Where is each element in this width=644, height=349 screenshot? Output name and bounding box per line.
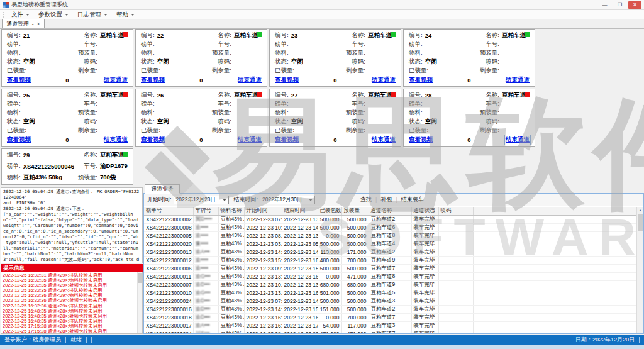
spray-label: 喷码: xyxy=(200,58,231,66)
name-label: 名称: xyxy=(66,91,97,99)
table-row[interactable]: XS4221223000006渝••••豆粕43% ...2022-12-23 … xyxy=(144,264,636,272)
cell: 豆粕车道2 xyxy=(369,305,411,313)
cell: 豆粕车道2 xyxy=(369,248,411,256)
cell: 渝D••• xyxy=(193,313,218,321)
loaded-label: 已装量: xyxy=(7,67,26,75)
cell-filler xyxy=(473,264,636,272)
search-button[interactable]: 查找 xyxy=(357,196,375,204)
close-button[interactable]: ✕ xyxy=(628,1,641,9)
id-value: 29 xyxy=(23,152,30,158)
table-row[interactable]: XS4221223000011渝G•••豆粕43% ...2022-12-23 … xyxy=(144,272,636,280)
table-row[interactable]: XS4221223000010渝G•••豆粕43% ...2022-12-23 … xyxy=(144,289,636,297)
pin-icon[interactable]: ▪ xyxy=(32,22,33,26)
cell-filler xyxy=(473,330,636,333)
cell: 装车完毕 xyxy=(411,313,438,321)
table-row[interactable]: XS4221223000007渝D•••豆粕43% ...2022-12-23 … xyxy=(144,280,636,289)
panel-links-row: 查看视频0结束通道 xyxy=(275,136,396,144)
cell: 豆粕车道7 xyxy=(369,313,411,321)
menu-logs[interactable]: 日志管理 xyxy=(73,10,112,19)
cell: XS4221223000012 xyxy=(144,256,193,264)
scrollbar-thumb[interactable] xyxy=(638,214,643,231)
column-header[interactable]: 已装包数 xyxy=(318,207,341,215)
menu-settings[interactable]: 参数设置 xyxy=(34,10,73,19)
tab-channel-management[interactable]: 通道管理 ▪ × xyxy=(2,19,45,28)
id-label: 编号: xyxy=(7,91,21,99)
column-header[interactable]: 喷码 xyxy=(438,207,473,215)
scroll-up-icon[interactable]: ▲ xyxy=(637,207,643,214)
table-row[interactable]: XS4221223000017渝A•••豆粕43% ...2022-12-23 … xyxy=(144,321,636,330)
start-date-select[interactable]: 2022年12月23日 xyxy=(174,196,229,204)
truck-label: 车号: xyxy=(468,100,499,108)
tab-close-icon[interactable]: × xyxy=(36,21,40,27)
menu-help[interactable]: 帮助 xyxy=(112,10,139,19)
table-row[interactable]: XS4221223000008渝••••豆粕43% ...2022-12-23 … xyxy=(144,223,636,231)
table-row[interactable]: XS4221222000024渝D•••豆粕43% ...2022-12-23 … xyxy=(144,297,636,305)
cell xyxy=(438,272,473,280)
column-header[interactable]: 预装量 xyxy=(341,207,369,215)
table-row[interactable]: XS4221223000018渝D•••豆粕43% ...2022-12-23 … xyxy=(144,313,636,321)
document-tab-bar: 通道管理 ▪ × xyxy=(0,19,644,29)
status-value: 空闲 xyxy=(291,58,303,66)
cell: 54.000 xyxy=(318,321,341,330)
cell: 装车完毕 xyxy=(411,215,438,223)
table-row[interactable]: XS4221222000020豫••••豆粕43% ...2022-12-23 … xyxy=(144,240,636,248)
column-header[interactable]: 通道名称 xyxy=(369,207,411,215)
tab-channel-business[interactable]: 通道业务 xyxy=(145,184,180,194)
menu-file[interactable]: 文件 xyxy=(7,10,34,19)
material-label: 物料: xyxy=(409,109,423,117)
cell: XS4221223000010 xyxy=(144,289,193,297)
alert-scrollbar[interactable] xyxy=(137,272,142,333)
cell: 171.000 xyxy=(341,248,369,256)
cell: 2022-12-23 03:... xyxy=(244,240,282,248)
column-header[interactable]: 通道状态 xyxy=(411,207,438,215)
title-bar: 易思地磅称重管理系统 — ❐ ✕ xyxy=(0,0,644,10)
table-row[interactable]: XS4221223000004川S•••豆粕43% ...2022-12-23 … xyxy=(144,330,636,333)
truck-label: 车号: xyxy=(334,100,365,108)
panel-field-row: 物料:预装量: xyxy=(141,49,262,57)
restore-button[interactable]: ❐ xyxy=(613,1,626,9)
loaded-counter: 0 xyxy=(7,136,128,143)
table-scrollbar[interactable]: ▲ xyxy=(636,207,643,333)
finish-loading-button[interactable]: 结束装车 xyxy=(397,196,428,204)
panel-field-row: 状态:空闲喷码: xyxy=(7,118,128,126)
cell: 豆粕车道7 xyxy=(369,264,411,272)
table-row[interactable]: XS4221223000002冀D••••豆粕43% ...2022-12-23… xyxy=(144,215,636,223)
panel-field-row: 状态:空闲喷码: xyxy=(275,58,396,66)
material-label: 物料: xyxy=(7,49,21,57)
loaded-counter: 0 xyxy=(409,136,530,143)
remaining-label: 剩余量: xyxy=(200,126,231,135)
panel-links-row: 查看视频0结束通道 xyxy=(7,136,128,144)
end-date-select[interactable]: 2022年12月30日 xyxy=(260,196,315,204)
minimize-button[interactable]: — xyxy=(598,1,611,9)
column-header-filler xyxy=(473,207,636,215)
table-row[interactable]: XS4221223000012渝••••豆粕43% ...2022-12-23 … xyxy=(144,256,636,264)
column-header[interactable]: 磅单号 xyxy=(144,207,193,215)
bill-label: 磅单: xyxy=(141,100,155,108)
column-header[interactable]: 开始时间 xyxy=(244,207,282,215)
column-header[interactable]: 物料名称 xyxy=(218,207,244,215)
status-value: 空闲 xyxy=(157,58,169,66)
scrollbar-thumb[interactable] xyxy=(138,273,142,283)
cell: 豆粕车道5 xyxy=(369,289,411,297)
cell: 豆粕43% ... xyxy=(218,223,244,231)
table-row[interactable]: XS4221223000013渝A•••豆粕43% ...2022-12-23 … xyxy=(144,248,636,256)
date-text: 日期：2022年12月20日 xyxy=(575,336,635,344)
cell: 渝•••• xyxy=(193,231,218,240)
status-indicator xyxy=(123,92,128,97)
cell: 500.000 xyxy=(341,264,369,272)
business-toolbar: 开始时间: 2022年12月23日 结束时间: 2022年12月30日 查找 |… xyxy=(144,194,643,206)
panel-field-row: 磅单:车号: xyxy=(275,100,396,108)
cell: 500.000 xyxy=(341,215,369,223)
refill-pack-button[interactable]: 补包 xyxy=(377,196,396,204)
cell xyxy=(438,264,473,272)
panel-field-row: 状态:空闲喷码: xyxy=(275,118,396,126)
column-header[interactable]: 结束时间 xyxy=(282,207,318,215)
table-row[interactable]: XS4221223000005渝••••豆粕43% ...2022-12-23 … xyxy=(144,231,636,240)
preload-label: 预装量: xyxy=(468,109,499,117)
column-header[interactable]: 车牌号 xyxy=(193,207,218,215)
status-indicator xyxy=(257,32,262,37)
spray-label: 喷码: xyxy=(200,118,231,126)
cell: 700.000 xyxy=(341,313,369,321)
table-row[interactable]: XS4221223000016渝D•••豆粕43% ...2022-12-23 … xyxy=(144,305,636,313)
cell: 豆粕车道6 xyxy=(369,223,411,231)
